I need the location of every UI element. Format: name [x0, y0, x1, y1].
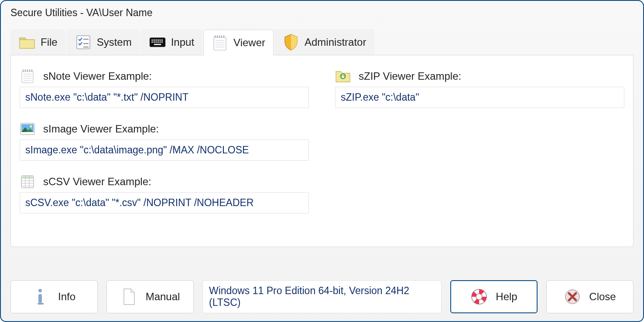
svg-rect-16 — [161, 41, 163, 43]
close-button-label: Close — [589, 291, 616, 303]
svg-rect-28 — [22, 71, 33, 83]
szip-label: sZIP Viewer Example: — [359, 70, 461, 82]
info-button[interactable]: Info — [10, 280, 98, 313]
close-icon — [564, 288, 581, 305]
tab-container: File System — [10, 29, 634, 247]
shield-icon — [283, 34, 299, 51]
snote-label: sNote Viewer Example: — [43, 70, 152, 82]
scsv-label: sCSV Viewer Example: — [43, 176, 151, 188]
szip-command[interactable]: sZIP.exe "c:\data" — [335, 87, 624, 108]
scsv-header: sCSV Viewer Example: — [20, 174, 309, 190]
tab-strip: File System — [10, 29, 634, 55]
tab-system[interactable]: System — [67, 29, 140, 55]
document-icon — [120, 288, 138, 305]
viewer-right-column: sZIP Viewer Example: sZIP.exe "c:\data" — [335, 66, 624, 234]
info-icon — [33, 288, 50, 305]
folder-icon — [19, 34, 35, 51]
status-text: Windows 11 Pro Edition 64-bit, Version 2… — [202, 280, 442, 313]
scsv-command[interactable]: sCSV.exe "c:\data" "*.csv" /NOPRINT /NOH… — [20, 192, 309, 214]
tab-file[interactable]: File — [10, 29, 66, 55]
simage-header: sImage Viewer Example: — [20, 121, 309, 137]
svg-rect-8 — [158, 40, 159, 41]
svg-rect-17 — [154, 44, 161, 45]
svg-rect-9 — [159, 40, 161, 41]
notepad-icon — [212, 34, 228, 51]
tab-input-label: Input — [171, 36, 194, 48]
svg-rect-44 — [21, 176, 34, 178]
tab-system-label: System — [97, 36, 132, 48]
szip-header: sZIP Viewer Example: — [335, 68, 624, 84]
viewer-left-column: sNote Viewer Example: sNote.exe "c:\data… — [20, 66, 309, 234]
svg-rect-12 — [154, 41, 155, 43]
snote-command[interactable]: sNote.exe "c:\data" "*.txt" /NOPRINT — [20, 87, 309, 108]
tab-administrator[interactable]: Administrator — [274, 29, 374, 55]
app-window: Secure Utilities - VA\User Name File — [0, 0, 644, 322]
tab-file-label: File — [41, 36, 58, 48]
simage-command[interactable]: sImage.exe "c:\data\image.png" /MAX /NOC… — [20, 139, 309, 161]
help-button-label: Help — [496, 291, 517, 303]
help-button[interactable]: Help — [450, 280, 538, 313]
svg-rect-53 — [38, 303, 44, 305]
svg-rect-11 — [151, 41, 153, 43]
svg-rect-18 — [214, 37, 226, 50]
tab-viewer[interactable]: Viewer — [203, 30, 274, 55]
notepad-small-icon — [20, 68, 35, 84]
svg-rect-5 — [151, 40, 153, 41]
snote-header: sNote Viewer Example: — [20, 68, 309, 84]
svg-rect-10 — [161, 40, 163, 41]
tab-viewer-label: Viewer — [233, 37, 265, 49]
svg-rect-52 — [38, 294, 42, 303]
svg-rect-6 — [154, 40, 155, 41]
svg-point-51 — [38, 289, 42, 292]
close-button[interactable]: Close — [546, 280, 634, 313]
footer-bar: Info Manual Windows 11 Pro Edition 64-bi… — [10, 280, 634, 313]
svg-rect-7 — [155, 40, 157, 41]
simage-label: sImage Viewer Example: — [43, 123, 159, 135]
tab-administrator-label: Administrator — [305, 36, 366, 48]
zip-folder-icon — [335, 68, 351, 84]
manual-button-label: Manual — [146, 291, 180, 303]
viewer-pane: sNote Viewer Example: sNote.exe "c:\data… — [10, 55, 634, 247]
svg-point-55 — [476, 294, 482, 300]
info-button-label: Info — [58, 291, 75, 303]
svg-rect-13 — [155, 41, 157, 43]
svg-point-42 — [30, 125, 32, 128]
checklist-icon — [75, 34, 92, 51]
image-icon — [20, 121, 35, 137]
svg-rect-15 — [159, 41, 161, 43]
spreadsheet-icon — [20, 174, 35, 190]
keyboard-icon — [149, 34, 166, 51]
tab-input[interactable]: Input — [141, 29, 202, 55]
svg-rect-14 — [158, 41, 159, 43]
lifebuoy-icon — [470, 288, 488, 305]
manual-button[interactable]: Manual — [106, 280, 194, 313]
window-title: Secure Utilities - VA\User Name — [1, 1, 643, 23]
